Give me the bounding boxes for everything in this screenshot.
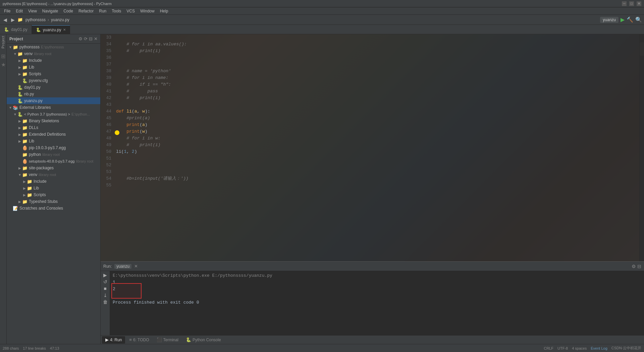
toolbar-back-button[interactable]: ◀ — [2, 16, 8, 23]
run-settings-button[interactable]: ⚙ — [632, 264, 636, 269]
run-pin-button[interactable]: ⊟ — [637, 264, 641, 269]
tab-label: day01.py — [11, 27, 28, 32]
tree-item-pip-egg[interactable]: 🥚 pip-19.0.3-py3.7.egg — [7, 144, 100, 151]
todo-tab-label: 6: TODO — [133, 338, 149, 342]
bottom-tab-terminal[interactable]: ⬛ Terminal — [153, 336, 182, 344]
run-clear-button[interactable]: 🗑 — [103, 299, 108, 305]
run-tab-icon: ▶ — [105, 337, 109, 342]
close-sidebar-icon[interactable]: ✕ — [94, 36, 98, 41]
project-icon: 📁 — [17, 17, 23, 22]
tree-item-include[interactable]: ▶ 📁 Include — [7, 57, 100, 64]
close-button[interactable]: ✕ — [637, 1, 641, 6]
ln-52: 52 — [101, 162, 111, 169]
menu-item-code[interactable]: Code — [61, 8, 76, 14]
structure-icon[interactable]: ⊞ — [1, 53, 5, 59]
run-play-button[interactable]: ▶ — [103, 272, 107, 278]
code-line-45: #print(a) — [116, 115, 644, 122]
tree-item-scripts2[interactable]: ▶ 📁 Scripts — [7, 191, 100, 198]
menu-item-tools[interactable]: Tools — [109, 8, 124, 14]
tree-item-venv2[interactable]: ▼ 📁 venv library root — [7, 171, 100, 178]
bottom-tab-python-console[interactable]: 🐍 Python Console — [182, 336, 224, 344]
status-encoding: UTF-8 — [557, 346, 568, 350]
code-line-54: #b=int(input('请输入：')) — [116, 175, 644, 182]
breakpoint-indicator — [115, 130, 119, 135]
menu-item-help[interactable]: Help — [157, 8, 171, 14]
tree-item-pythonssss[interactable]: ▼ 📁 pythonssss E:\pythonssss — [7, 44, 100, 50]
code-container: 33 34 35 36 37 38 39 40 41 42 43 44 — [101, 34, 644, 261]
menu-item-file[interactable]: File — [1, 8, 13, 14]
minimize-button[interactable]: ─ — [622, 1, 627, 6]
content-area: Project ⊞ ★ Project ⚙ ⟳ ⊟ ✕ — [0, 34, 644, 344]
tree-item-scratches[interactable]: 📝 Scratches and Consoles — [7, 205, 100, 212]
run-panel: Run: yuanzu ✕ ⚙ ⊟ ▶ ↺ ■ ⤓ — [101, 261, 644, 335]
menu-item-navigate[interactable]: Navigate — [40, 8, 61, 14]
tree-item-python37[interactable]: ▼ 🐍 < Python 3.7 (pythonssss) > E:\pytho… — [7, 111, 100, 118]
tree-item-lib3[interactable]: ▶ 📁 Lib — [7, 185, 100, 191]
status-indent: 4 spaces — [572, 346, 587, 350]
run-header: Run: yuanzu ✕ ⚙ ⊟ — [101, 262, 644, 271]
tree-item-dlls[interactable]: ▶ 📁 DLLs — [7, 124, 100, 131]
run-rerun-button[interactable]: ↺ — [103, 279, 107, 284]
bottom-tab-todo[interactable]: ≡ 6: TODO — [126, 336, 152, 344]
status-event-log[interactable]: Event Log — [591, 346, 607, 350]
run-tab-close-icon[interactable]: ✕ — [134, 264, 138, 269]
tree-item-venv[interactable]: ▼ 📁 venv library root — [7, 50, 100, 57]
menu-item-view[interactable]: View — [25, 8, 40, 14]
collapse-icon[interactable]: ⊟ — [89, 36, 93, 41]
code-line-41: # pass — [116, 88, 644, 95]
tree-item-binary-skel[interactable]: ▶ 📁 Binary Skeletons — [7, 118, 100, 124]
ln-41: 41 — [101, 88, 111, 95]
tree-item-site-pkgs[interactable]: ▶ 📁 site-packages — [7, 165, 100, 171]
tab-day01[interactable]: 🐍 day01.py — [0, 25, 32, 34]
tree-item-scripts[interactable]: ▶ 📁 Scripts — [7, 71, 100, 77]
maximize-button[interactable]: □ — [629, 1, 634, 6]
code-line-34: # for i in aa.values(): — [116, 41, 644, 48]
code-lines[interactable]: # for i in aa.values(): # print(i) # nam… — [113, 34, 644, 261]
tab-yuanzu[interactable]: 🐍 yuanzu.py ✕ — [32, 25, 70, 34]
run-stop-button[interactable]: ■ — [104, 286, 106, 291]
menu-item-refactor[interactable]: Refactor — [76, 8, 96, 14]
tree-item-pyvenv[interactable]: 🐍 pyvenv.cfg — [7, 77, 100, 84]
ln-43: 43 — [101, 101, 111, 108]
menu-item-vcs[interactable]: VCS — [124, 8, 138, 14]
editor-section: 33 34 35 36 37 38 39 40 41 42 43 44 — [101, 34, 644, 261]
search-button[interactable]: 🔍 — [635, 16, 642, 23]
tree-item-nb[interactable]: 🐍 nb.py — [7, 91, 100, 97]
menu-item-window[interactable]: Window — [138, 8, 157, 14]
tree-item-extlibs[interactable]: ▼ 📚 External Libraries — [7, 104, 100, 111]
menu-item-edit[interactable]: Edit — [13, 8, 25, 14]
project-tree: ▼ 📁 pythonssss E:\pythonssss ▼ 📁 venv li… — [7, 44, 100, 344]
tree-item-lib2[interactable]: ▶ 📁 Lib — [7, 138, 100, 144]
side-strip: Project ⊞ ★ — [0, 34, 7, 344]
code-line-43 — [116, 101, 644, 108]
toolbar-forward-button[interactable]: ▶ — [10, 16, 16, 23]
tab-close-button[interactable]: ✕ — [63, 28, 66, 32]
favorites-icon[interactable]: ★ — [1, 61, 6, 68]
code-line-39: # for i in name: — [116, 75, 644, 81]
tree-item-lib[interactable]: ▶ 📁 Lib — [7, 64, 100, 71]
tree-item-yuanzu[interactable]: 🐍 yuanzu.py — [7, 97, 100, 104]
tree-item-python-lib[interactable]: 📁 python library root — [7, 151, 100, 158]
tree-item-include2[interactable]: ▶ 📁 Include — [7, 178, 100, 185]
code-line-55 — [116, 182, 644, 189]
tree-item-setuptools-egg[interactable]: 🥚 setuptools-40.8.0-py3.7.egg library ro… — [7, 158, 100, 165]
tab-bar: 🐍 day01.py 🐍 yuanzu.py ✕ — [0, 25, 644, 34]
tree-item-ext-defs[interactable]: ▶ 📁 Extended Definitions — [7, 131, 100, 138]
code-line-40: # if i == "h": — [116, 81, 644, 88]
cog-icon[interactable]: ⚙ — [78, 36, 83, 41]
run-command-line: E:\pythonssss\venv\Scripts\python.exe E:… — [113, 272, 641, 279]
tree-item-day01[interactable]: 🐍 day01.py — [7, 84, 100, 91]
sync-icon[interactable]: ⟳ — [84, 36, 88, 41]
status-lf: CRLF — [544, 346, 553, 350]
menu-item-run[interactable]: Run — [96, 8, 109, 14]
code-line-47: print(w) — [116, 128, 644, 135]
project-view-icon[interactable]: Project — [1, 36, 5, 48]
sidebar-header: Project ⚙ ⟳ ⊟ ✕ — [7, 34, 100, 44]
run-button[interactable]: ▶ — [621, 16, 625, 23]
build-button[interactable]: 🔨 — [627, 16, 633, 23]
code-line-52 — [116, 162, 644, 169]
tree-item-typeshed[interactable]: ▶ 📁 Typeshed Stubs — [7, 198, 100, 205]
bottom-tab-run[interactable]: ▶ 4: Run — [102, 336, 125, 344]
run-scroll-button[interactable]: ⤓ — [103, 293, 107, 298]
run-config-name[interactable]: yuanzu — [114, 264, 131, 269]
